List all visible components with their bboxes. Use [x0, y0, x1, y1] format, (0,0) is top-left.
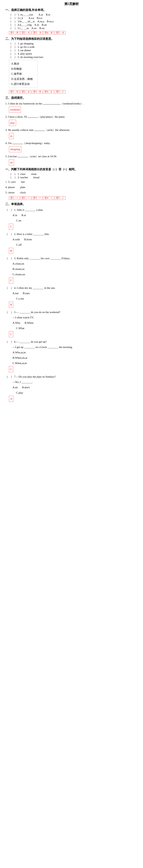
section5: 二、单项选择。 （ ） 1. John is ________ a play. … — [5, 202, 138, 402]
s1-ans4: 空4：B — [43, 31, 54, 35]
section2-q5: （ ） 5. do morning exercises — [9, 56, 138, 59]
section5-q6: （ ） 6.— ________ do you get up? —I get u… — [5, 339, 138, 372]
section2-answers: 空1：D 空2：A 空3：B 空4：E 空5：C — [9, 90, 138, 94]
s3-ans4: shopping — [9, 146, 21, 152]
section1-q4: （ ） 4.d__ __cing A.in B.an — [9, 23, 138, 27]
page-title: 第5页解析 — [5, 2, 138, 6]
section1-q3: （ ） 3.br__ __kf__st A.ea,a B.ee,a — [9, 20, 138, 23]
s1-ans3: 空3：A — [32, 31, 43, 35]
section1-answers: 空1：B 空2：A 空3：A 空4：B 空5：A — [9, 31, 138, 35]
section3-q1: 1. I often do my homework on the （weeken… — [5, 101, 138, 113]
section1-q1: （ ） 1. ex__ __cise A.ar B.er — [9, 13, 138, 17]
s5-ans2: B — [9, 248, 13, 254]
section5-q4: （ ） 4. I often dry my ________ in the su… — [5, 285, 138, 308]
section4-title: 一、判断下列单词画线部分的发音是（√）否（×）相同。 — [5, 167, 138, 171]
s4-ans3: 空3：× — [32, 196, 43, 200]
section1-q5: （ ） 5.r__ __m A.oo B.ou — [9, 27, 138, 30]
s1-ans5: 空5：A — [55, 31, 66, 35]
s2-ans5: 空5：C — [55, 90, 66, 94]
s4-ans2: 空2：× — [20, 196, 31, 200]
section3-title: 三、选词填空。 — [5, 96, 138, 100]
section2-q4: （ ） 4. play sports — [9, 52, 138, 56]
section5-title: 二、单项选择。 — [5, 202, 138, 206]
s2-ans3: 空3：B — [32, 90, 43, 94]
section4-q4: 4. please plate — [5, 185, 138, 190]
s5-ans5: C — [9, 331, 13, 337]
s5-ans7: A — [9, 396, 14, 402]
s2-ans1: 空1：D — [9, 90, 20, 94]
s4-ans1: 空1：√ — [9, 196, 20, 200]
s3-ans5: an — [9, 159, 14, 165]
s5-ans4: B — [9, 302, 13, 308]
s2-ans4: 空4：E — [43, 90, 54, 94]
section2-options: A.散步 B.吃晚饭 C.做早操 D.去买东西；购物 E.进行体育运动 — [9, 60, 38, 88]
s3-ans1: weekend — [9, 106, 21, 113]
s1-ans1: 空1：B — [9, 31, 20, 35]
section3-q3: 3. He usually collects nuts （at/in）the a… — [5, 127, 138, 139]
s4-ans5: 空5：√ — [55, 196, 66, 200]
s5-ans1: C — [9, 223, 13, 229]
section4: 一、判断下列单词画线部分的发音是（√）否（×）相同。 （ ） 1. class … — [5, 167, 138, 200]
section5-q5: （ ） 5.— ________ do you do on the weeken… — [5, 309, 138, 337]
section3-q2: 2. I have a show. I'll （play/plays）the p… — [5, 114, 138, 126]
s3-ans2: play — [9, 120, 16, 126]
section5-q7: （ ） 7.—Do you play the pipa on Sundays? … — [5, 374, 138, 402]
section5-q1: （ ） 1. John is ________ a play. A.in B.a… — [5, 207, 138, 229]
section4-q5: 5. clever clock — [5, 190, 138, 195]
section4-answers: 空1：√ 空2：× 空3：× 空4：√ 空5：√ — [9, 196, 138, 200]
section2-q2: （ ） 2. go for a walk — [9, 45, 138, 49]
s3-ans3: in — [9, 133, 14, 139]
section1-title: 一、选择正确的选项,补全单词。 — [5, 8, 138, 12]
s5-ans6: C — [9, 366, 13, 372]
section1: 一、选择正确的选项,补全单词。 （ ） 1. ex__ __cise A.ar … — [5, 8, 138, 35]
section4-q1: （ ） 1. class clean — [9, 173, 138, 176]
s5-ans3: C — [9, 277, 13, 283]
section3-q5: 5. Lisa has （a/an）art class at 10:30. an — [5, 154, 138, 165]
s4-ans4: 空4：√ — [43, 196, 54, 200]
section3-q4: 4. I'm （shop/shopping）today. shopping — [5, 141, 138, 152]
section4-q3: ）3. cave last — [5, 179, 138, 185]
section2: 二、为下列短语选择相应的汉语意思。 （ ） 1. go shopping （ ）… — [5, 37, 138, 94]
s2-ans2: 空2：A — [20, 90, 31, 94]
s1-ans2: 空2：A — [20, 31, 31, 35]
section4-q2: （ ） 2. teacher bread — [9, 176, 138, 179]
section5-q2: （ ） 2. Here is a letter ________ him. A.… — [5, 231, 138, 254]
section5-q3: （ ） 3. Robin only ________ his cave ____… — [5, 256, 138, 283]
section2-q1: （ ） 1. go shopping — [9, 42, 138, 45]
section2-q3: （ ） 3. eat dinner — [9, 49, 138, 52]
section2-title: 二、为下列短语选择相应的汉语意思。 — [5, 37, 138, 41]
section3: 三、选词填空。 1. I often do my homework on the… — [5, 96, 138, 165]
section1-q2: （ ） 2.t_k A.a,e B.e,e — [9, 17, 138, 20]
